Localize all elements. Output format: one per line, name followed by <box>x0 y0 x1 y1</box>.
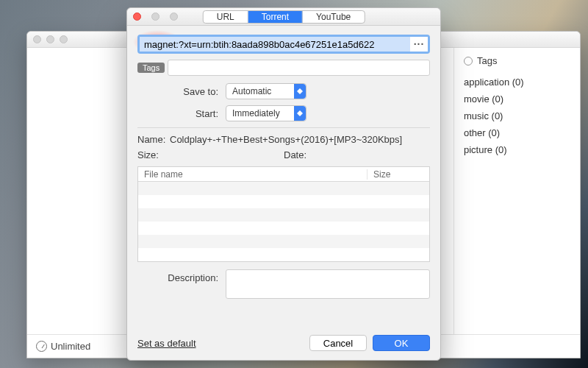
set-as-default-link[interactable]: Set as default <box>137 338 196 349</box>
magnet-url-field-wrap: ··· <box>137 35 430 54</box>
tags-input[interactable] <box>168 60 430 76</box>
name-value: Coldplay+-+The+Best+Songs+(2016)+[MP3~32… <box>170 134 430 145</box>
description-row: Description: <box>137 269 430 299</box>
table-row <box>138 248 429 261</box>
tag-item-movie[interactable]: movie (0) <box>464 91 570 107</box>
start-label: Start: <box>137 108 226 119</box>
tab-url[interactable]: URL <box>204 11 248 23</box>
chevron-updown-icon <box>294 84 306 99</box>
description-input[interactable] <box>226 269 430 299</box>
tags-badge: Tags <box>137 63 165 73</box>
tags-radio[interactable]: Tags <box>464 55 570 66</box>
col-file-name[interactable]: File name <box>138 169 368 180</box>
table-row <box>138 222 429 235</box>
save-to-row: Save to: Automatic <box>137 83 430 99</box>
dialog-body: ··· Tags Save to: Automatic Start: Immed… <box>127 26 440 328</box>
files-table-header: File name Size <box>138 167 429 182</box>
add-download-dialog: URL Torrent YouTube ··· Tags Save to: Au… <box>126 7 441 361</box>
files-table: File name Size <box>137 166 430 262</box>
table-row <box>138 182 429 195</box>
ok-button[interactable]: OK <box>373 335 430 351</box>
radio-icon <box>464 57 473 66</box>
tag-item-application[interactable]: application (0) <box>464 74 570 91</box>
close-icon[interactable] <box>33 35 41 43</box>
save-to-select[interactable]: Automatic <box>226 83 306 99</box>
divider <box>137 127 430 128</box>
zoom-icon[interactable] <box>170 13 178 21</box>
tags-row: Tags <box>137 60 430 76</box>
minimize-icon[interactable] <box>46 35 54 43</box>
table-row <box>138 195 429 208</box>
size-date-row: Size: Date: <box>137 149 430 160</box>
size-label: Size: <box>137 149 170 160</box>
name-label: Name: <box>137 134 170 145</box>
table-row <box>138 235 429 248</box>
speed-label: Unlimited <box>51 341 90 352</box>
name-row: Name: Coldplay+-+The+Best+Songs+(2016)+[… <box>137 134 430 145</box>
start-row: Start: Immediately <box>137 105 430 121</box>
tags-radio-label: Tags <box>477 55 497 66</box>
traffic-lights <box>33 35 68 43</box>
description-label: Description: <box>137 269 226 299</box>
tag-item-picture[interactable]: picture (0) <box>464 141 570 158</box>
tag-item-other[interactable]: other (0) <box>464 124 570 141</box>
chevron-updown-icon <box>294 106 306 121</box>
col-size[interactable]: Size <box>368 169 429 180</box>
source-tabs: URL Torrent YouTube <box>203 10 365 24</box>
tags-sidebar: Tags application (0) movie (0) music (0)… <box>453 48 580 334</box>
start-value: Immediately <box>226 108 294 118</box>
save-to-value: Automatic <box>226 86 294 96</box>
browse-button[interactable]: ··· <box>410 37 428 52</box>
zoom-icon[interactable] <box>60 35 68 43</box>
table-row <box>138 208 429 222</box>
dialog-footer: Set as default Cancel OK <box>127 328 440 360</box>
dialog-traffic-lights <box>133 13 178 21</box>
minimize-icon[interactable] <box>151 13 159 21</box>
date-label: Date: <box>284 149 316 160</box>
tab-torrent[interactable]: Torrent <box>248 11 303 23</box>
start-select[interactable]: Immediately <box>226 105 306 121</box>
close-icon[interactable] <box>133 13 141 21</box>
magnet-url-input[interactable] <box>140 37 410 52</box>
cancel-button[interactable]: Cancel <box>309 335 367 351</box>
save-to-label: Save to: <box>137 86 226 97</box>
gauge-icon <box>36 341 47 352</box>
dialog-titlebar: URL Torrent YouTube <box>127 8 440 26</box>
tab-youtube[interactable]: YouTube <box>303 11 364 23</box>
tag-item-music[interactable]: music (0) <box>464 107 570 124</box>
